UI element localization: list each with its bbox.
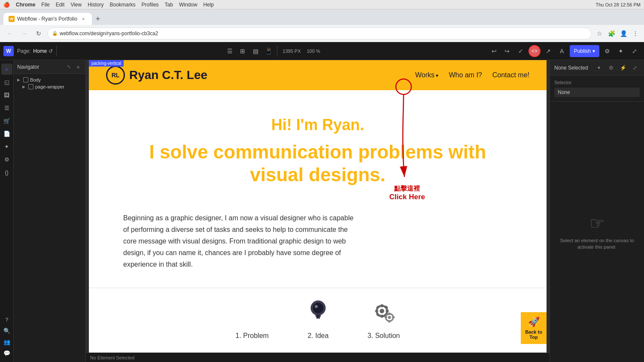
style-panel-icon[interactable]: ✦ xyxy=(594,63,604,73)
red-arrow-annotation xyxy=(378,78,429,190)
icon-label-idea: 2. Idea xyxy=(307,332,328,340)
rail-search-icon[interactable]: 🔍 xyxy=(1,325,12,336)
menu-window[interactable]: Window xyxy=(179,2,197,8)
new-tab-button[interactable]: + xyxy=(92,13,104,25)
solution-gear-icon xyxy=(369,297,399,327)
wrapper-box-icon xyxy=(28,84,33,89)
nav-link-contact[interactable]: Contact me! xyxy=(492,71,529,79)
tab-close-button[interactable]: × xyxy=(80,15,87,22)
mac-time: Thu Oct 28 12:56 PM xyxy=(595,2,641,7)
page-name[interactable]: Home xyxy=(33,48,47,54)
cms-icon[interactable]: A xyxy=(556,45,568,57)
menu-help[interactable]: Help xyxy=(204,2,214,8)
device-icon[interactable]: 📱 xyxy=(262,45,274,57)
site-nav-links: Works Who am I? Contact me! xyxy=(415,71,529,79)
add-element-icon[interactable]: ☰ xyxy=(224,45,236,57)
tab-title: Webflow - Ryan's Portfolio xyxy=(17,16,77,22)
toolbar-divider-2 xyxy=(277,46,277,56)
undo-button[interactable]: ↩ xyxy=(488,45,500,57)
website-preview: packing-vertical RL Ryan C.T. Lee Works … xyxy=(89,60,547,353)
reload-button[interactable]: ↻ xyxy=(33,27,45,40)
rail-settings-icon[interactable]: ⚙ xyxy=(1,154,12,165)
webflow-logo[interactable]: W xyxy=(3,46,14,56)
undo-redo-group: ↩ ↪ xyxy=(488,45,513,57)
back-button[interactable]: ← xyxy=(3,27,15,40)
lock-icon: 🔒 xyxy=(52,30,58,36)
site-icons-row: 1. Problem xyxy=(89,288,547,353)
chrome-tabs-bar: W Webflow - Ryan's Portfolio × + xyxy=(0,9,644,25)
back-to-top-label: Back to Top xyxy=(523,329,544,340)
url-bar[interactable]: 🔒 webflow.com/design/ryans-portfolio-cb3… xyxy=(47,27,592,40)
rocket-icon: 🚀 xyxy=(528,316,540,328)
apple-icon[interactable]: 🍎 xyxy=(3,2,10,8)
menu-chrome[interactable]: Chrome xyxy=(16,2,35,8)
menu-profiles[interactable]: Profiles xyxy=(142,2,159,8)
icon-label-problem: 1. Problem xyxy=(236,332,269,340)
rail-help-icon[interactable]: ? xyxy=(1,314,12,325)
menu-history[interactable]: History xyxy=(88,2,103,8)
navigator-title: Navigator xyxy=(17,64,39,70)
svg-point-6 xyxy=(315,305,318,308)
tab-favicon: W xyxy=(9,16,15,22)
interactions-icon[interactable]: ✦ xyxy=(615,45,627,57)
components-icon[interactable]: ⊞ xyxy=(237,45,249,57)
forward-button[interactable]: → xyxy=(18,27,30,40)
chrome-right-actions: ☆ 🧩 👤 ⋮ xyxy=(594,28,641,39)
publish-button[interactable]: Publish ▾ xyxy=(570,45,599,57)
settings-panel-icon[interactable]: ⚙ xyxy=(606,63,616,73)
rail-cms-icon[interactable]: ☰ xyxy=(1,102,12,113)
icon-item-solution: 3. Solution xyxy=(368,297,400,340)
navigator-settings-icon[interactable]: ≡ xyxy=(74,63,82,71)
rail-assets-icon[interactable]: 🖼 xyxy=(1,89,12,100)
rail-pages-icon[interactable]: 📄 xyxy=(1,128,12,139)
tree-item-page-wrapper[interactable]: ▶ page-wrapper xyxy=(21,83,84,90)
extensions-icon[interactable]: 🧩 xyxy=(606,28,617,39)
code-editor-button[interactable]: <> xyxy=(529,45,541,57)
interactions-panel-icon[interactable]: ⚡ xyxy=(618,63,628,73)
element-label: packing-vertical xyxy=(89,60,124,67)
tree-item-body[interactable]: ▶ Body xyxy=(15,76,84,83)
preview-icon[interactable]: ✓ xyxy=(515,45,527,57)
back-to-top-button[interactable]: 🚀 Back to Top xyxy=(521,312,547,344)
rail-ecommerce-icon[interactable]: 🛒 xyxy=(1,115,12,126)
rail-code-icon[interactable]: {} xyxy=(1,167,12,178)
chrome-tab-active[interactable]: W Webflow - Ryan's Portfolio × xyxy=(3,13,92,25)
icon-label-solution: 3. Solution xyxy=(368,332,400,340)
assets-icon[interactable]: ▤ xyxy=(249,45,261,57)
profile-icon[interactable]: 👤 xyxy=(618,28,629,39)
mac-status-icons: Thu Oct 28 12:56 PM xyxy=(595,2,641,7)
site-hero: Hi! I'm Ryan. I solve communication prob… xyxy=(89,90,547,204)
menu-view[interactable]: View xyxy=(70,2,82,8)
publish-label: Publish xyxy=(574,48,591,54)
navigator-header: Navigator ⤡ ≡ xyxy=(14,60,85,74)
menu-bookmarks[interactable]: Bookmarks xyxy=(110,2,136,8)
menu-edit[interactable]: Edit xyxy=(56,2,65,8)
page-refresh-icon[interactable]: ↺ xyxy=(49,48,53,54)
bio-text: Beginning as a graphic designer, I am no… xyxy=(123,212,355,271)
site-logo: RL Ryan C.T. Lee xyxy=(106,66,207,85)
svg-rect-12 xyxy=(386,310,389,312)
rail-add-icon[interactable]: + xyxy=(1,64,12,75)
right-panel-icons: ✦ ⚙ ⚡ ⤢ xyxy=(594,63,640,73)
rail-style-icon[interactable]: ✦ xyxy=(1,141,12,152)
navigator-expand-icon[interactable]: ⤡ xyxy=(65,63,73,71)
zoom-level: 100 % xyxy=(307,49,320,54)
webflow-toolbar: W Page: Home ↺ ☰ ⊞ ▤ 📱 1395 PX 100 % ↩ ↪… xyxy=(0,42,644,60)
rail-support-icon[interactable]: 💬 xyxy=(1,347,12,359)
rail-team-icon[interactable]: 👥 xyxy=(1,336,12,347)
selector-label: Selector xyxy=(554,80,640,85)
menu-tab[interactable]: Tab xyxy=(165,2,173,8)
empty-hint-text: Select an element on the canvas to activ… xyxy=(559,237,635,251)
redo-button[interactable]: ↪ xyxy=(501,45,513,57)
menu-file[interactable]: File xyxy=(41,2,49,8)
toolbar-divider-1 xyxy=(56,46,57,56)
star-icon[interactable]: ☆ xyxy=(594,28,605,39)
expand-icon[interactable]: ⤢ xyxy=(629,45,641,57)
url-text: webflow.com/design/ryans-portfolio-cb3ca… xyxy=(60,30,158,37)
menu-icon[interactable]: ⋮ xyxy=(630,28,641,39)
settings-icon[interactable]: ⚙ xyxy=(601,45,613,57)
expand-panel-icon[interactable]: ⤢ xyxy=(630,63,640,73)
nav-link-who[interactable]: Who am I? xyxy=(449,71,482,79)
rail-layers-icon[interactable]: ◱ xyxy=(1,76,12,88)
share-icon[interactable]: ↗ xyxy=(542,45,554,57)
